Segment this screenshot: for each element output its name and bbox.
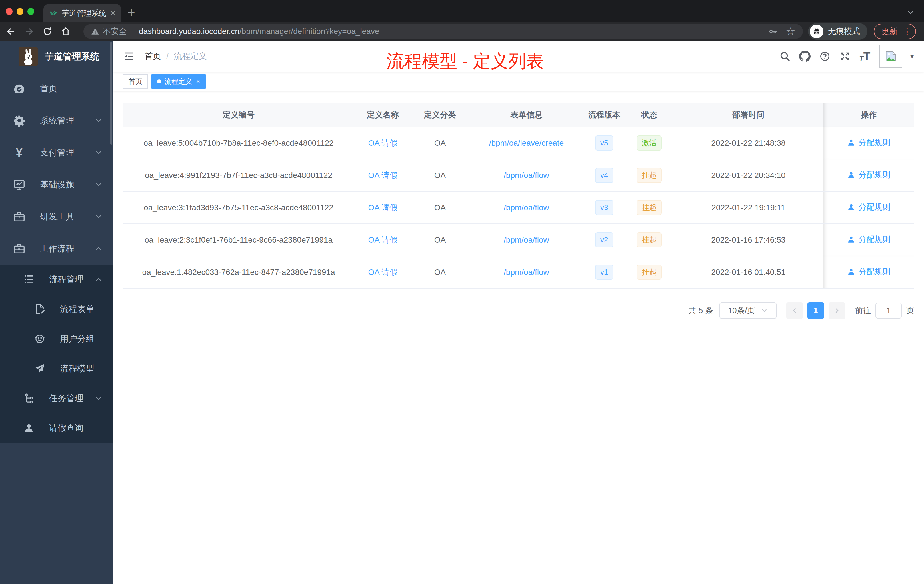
new-tab-button[interactable]: + <box>127 6 135 19</box>
sidebar-item-infra[interactable]: 基础设施 <box>0 168 113 201</box>
page-size-value: 10条/页 <box>728 305 755 316</box>
page-1-button[interactable]: 1 <box>807 302 824 319</box>
next-page-button[interactable] <box>828 302 845 319</box>
tab-search-icon[interactable] <box>906 7 916 17</box>
sidebar-item-label: 研发工具 <box>40 211 74 223</box>
sidebar-item-user-group[interactable]: 用户分组 <box>0 324 113 354</box>
sidebar: 芋道管理系统 首页 系统管理 ¥ 支付管理 <box>0 41 113 584</box>
sidebar-item-payment[interactable]: ¥ 支付管理 <box>0 137 113 168</box>
pagination: 共 5 条 10条/页 1 前往 <box>123 302 914 319</box>
not-secure-label: 不安全 <box>103 26 127 37</box>
col-deploy-time: 部署时间 <box>674 103 823 127</box>
definition-name-link[interactable]: OA 请假 <box>368 139 398 147</box>
address-bar[interactable]: 不安全 dashboard.yudao.iocoder.cn /bpm/mana… <box>83 24 803 39</box>
browser-menu-icon[interactable]: ⋮ <box>903 26 911 36</box>
app-title: 芋道管理系统 <box>45 50 99 63</box>
sidebar-item-label: 流程模型 <box>60 363 94 374</box>
incognito-label: 无痕模式 <box>828 26 860 37</box>
status-badge: 挂起 <box>637 232 662 247</box>
sidebar-item-process-mgmt[interactable]: 流程管理 <box>0 265 113 294</box>
font-size-icon[interactable]: TT <box>859 51 870 62</box>
total-count-label: 共 5 条 <box>688 305 713 316</box>
not-secure-warning-icon[interactable] <box>91 27 99 36</box>
definition-name-link[interactable]: OA 请假 <box>368 203 398 212</box>
chrome-update-button[interactable]: 更新 ⋮ <box>874 24 916 39</box>
sidebar-item-workflow[interactable]: 工作流程 <box>0 233 113 265</box>
deploy-time-cell: 2022-01-16 01:40:51 <box>674 256 823 288</box>
col-operations: 操作 <box>823 103 914 127</box>
sidebar-item-label: 工作流程 <box>40 243 74 254</box>
sidebar-logo[interactable]: 芋道管理系统 <box>0 41 113 73</box>
favicon-plant-icon <box>49 9 58 17</box>
form-info-link[interactable]: /bpm/oa/flow <box>504 203 549 212</box>
definition-name-link[interactable]: OA 请假 <box>368 236 398 244</box>
category-cell: OA <box>411 191 469 224</box>
sidebar-item-process-form[interactable]: 流程表单 <box>0 294 113 324</box>
forward-icon[interactable] <box>24 26 34 36</box>
sidebar-item-label: 请假查询 <box>49 422 83 434</box>
definition-name-link[interactable]: OA 请假 <box>368 171 398 180</box>
assign-rule-link[interactable]: 分配规则 <box>847 170 890 180</box>
sidebar-item-leave-query[interactable]: 请假查询 <box>0 413 113 443</box>
url-host: dashboard.yudao.iocoder.cn <box>139 27 239 36</box>
sidebar-collapse-icon[interactable] <box>124 51 135 62</box>
deploy-time-cell: 2022-01-16 17:46:53 <box>674 224 823 256</box>
incognito-badge: 无痕模式 <box>808 23 868 40</box>
sidebar-item-process-model[interactable]: 流程模型 <box>0 354 113 383</box>
goto-page-input[interactable] <box>875 303 902 318</box>
navbar-actions: TT ▼ <box>771 45 916 68</box>
breadcrumb-home[interactable]: 首页 <box>145 51 161 62</box>
tag-label: 首页 <box>129 77 142 86</box>
search-icon[interactable] <box>779 51 790 62</box>
prev-page-button[interactable] <box>786 302 803 319</box>
tab-close-icon[interactable]: × <box>110 9 116 17</box>
chevron-down-icon <box>94 116 103 125</box>
help-icon[interactable] <box>819 51 831 62</box>
assign-rule-link[interactable]: 分配规则 <box>847 137 890 148</box>
toolbox-icon <box>13 210 26 223</box>
deploy-time-cell: 2022-01-22 19:19:11 <box>674 191 823 224</box>
deploy-time-cell: 2022-01-22 20:34:10 <box>674 159 823 191</box>
user-icon <box>847 138 855 147</box>
form-doc-icon <box>34 303 46 315</box>
form-info-link[interactable]: /bpm/oa/flow <box>504 236 549 244</box>
page-size-select[interactable]: 10条/页 <box>719 302 777 319</box>
sidebar-scrollbar[interactable] <box>110 42 112 145</box>
form-info-link[interactable]: /bpm/oa/leave/create <box>489 139 564 147</box>
tags-bar: 首页 流程定义 × <box>113 72 924 91</box>
chevron-down-icon <box>94 180 103 189</box>
face-people-icon <box>34 333 46 345</box>
reload-icon[interactable] <box>42 26 53 36</box>
avatar[interactable] <box>879 45 902 68</box>
assign-rule-link[interactable]: 分配规则 <box>847 202 890 213</box>
close-window-button[interactable] <box>6 8 13 15</box>
home-icon[interactable] <box>61 26 71 36</box>
tag-close-icon[interactable]: × <box>196 78 200 85</box>
active-dot <box>157 79 161 83</box>
avatar-caret-icon[interactable]: ▼ <box>909 52 916 60</box>
tag-home[interactable]: 首页 <box>123 74 148 89</box>
back-icon[interactable] <box>6 26 16 36</box>
minimize-window-button[interactable] <box>16 8 23 15</box>
assign-rule-link[interactable]: 分配规则 <box>847 234 890 245</box>
maximize-window-button[interactable] <box>27 8 34 15</box>
sidebar-item-devtools[interactable]: 研发工具 <box>0 201 113 233</box>
form-info-link[interactable]: /bpm/oa/flow <box>504 171 549 180</box>
password-key-icon[interactable] <box>768 26 778 36</box>
assign-rule-link[interactable]: 分配规则 <box>847 266 890 277</box>
bookmark-star-icon[interactable]: ☆ <box>786 26 795 37</box>
tag-process-definition[interactable]: 流程定义 × <box>152 74 206 89</box>
fullscreen-icon[interactable] <box>839 51 851 62</box>
sidebar-item-system[interactable]: 系统管理 <box>0 105 113 137</box>
user-icon <box>847 267 855 276</box>
tab-title: 芋道管理系统 <box>62 8 110 18</box>
browser-tab[interactable]: 芋道管理系统 × <box>43 4 121 22</box>
definition-id-cell: oa_leave:5:004b710b-7b8a-11ec-8ef0-acde4… <box>123 127 354 159</box>
definition-name-link[interactable]: OA 请假 <box>368 268 398 277</box>
briefcase-icon <box>13 242 26 255</box>
col-definition-category: 定义分类 <box>411 103 469 127</box>
github-icon[interactable] <box>799 51 810 62</box>
sidebar-item-task-mgmt[interactable]: 任务管理 <box>0 383 113 413</box>
form-info-link[interactable]: /bpm/oa/flow <box>504 268 549 277</box>
sidebar-item-home[interactable]: 首页 <box>0 73 113 105</box>
